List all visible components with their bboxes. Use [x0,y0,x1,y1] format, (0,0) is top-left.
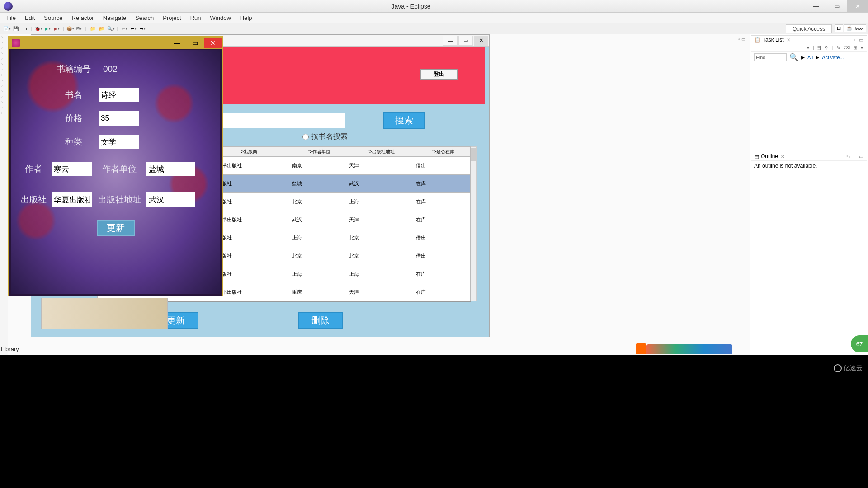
folder-icon[interactable]: 📁 [89,25,97,33]
newclass-icon[interactable]: © [75,25,83,33]
run-icon[interactable]: ▶ [43,25,52,33]
unit-label: 作者单位 [97,163,142,175]
author-input[interactable] [52,162,92,176]
task-icon[interactable]: ⌫ [843,45,851,50]
outline-panel: ▤ Outline ✕ ⇆ ▫ ▭ An outline is not avai… [751,152,867,260]
menu-run[interactable]: Run [186,14,206,22]
price-label: 价格 [56,113,91,124]
dialog-minimize-button[interactable]: — [168,38,186,48]
table-scrollbar[interactable] [471,146,477,301]
search-icon[interactable]: 🔍 [107,25,115,33]
view-min-icon[interactable]: ▫ [853,38,856,42]
radio-by-name[interactable]: 按书名搜索 [302,132,348,141]
save-icon[interactable]: 💾 [12,25,20,33]
bottom-black-bar: Library [0,355,868,488]
unit-input[interactable] [146,162,195,176]
toolbar: 📄 💾 🗃 | 🐞 ▶ ▶ | 📦 © | 📁 📂 🔍 | ⇦ ⬅ ➡ Quic… [0,23,868,34]
menu-window[interactable]: Window [206,14,236,22]
menu-bar: File Edit Source Refactor Navigate Searc… [0,13,868,23]
publisher-label: 出版社 [20,194,47,206]
dialog-maximize-button[interactable]: ▭ [186,38,204,48]
tasklist-panel: 📋 Task List ✕ ▫ ▭ ▾ | ⇶ ⚲ | ✎ ⌫ ⊞ ▾ 🔍 [751,35,867,150]
price-input[interactable] [99,111,139,126]
column-header[interactable]: ">出版社地址 [347,147,414,157]
menu-source[interactable]: Source [39,14,67,22]
menu-help[interactable]: Help [236,14,257,22]
debug-icon[interactable]: 🐞 [34,25,42,33]
maximize-view-icon[interactable]: ▭ [741,37,745,42]
saveall-icon[interactable]: 🗃 [21,25,29,33]
column-header[interactable]: ">是否在库 [414,147,470,157]
publisher-input[interactable] [52,192,92,207]
fwd-icon[interactable]: ➡ [138,25,146,33]
link-icon[interactable]: ⇆ [845,154,851,159]
back-icon[interactable]: ⬅ [129,25,137,33]
addr-label: 出版社地址 [97,194,142,206]
maximize-button[interactable]: ▭ [826,0,847,12]
menu-edit[interactable]: Edit [20,14,39,22]
book-id-label: 书籍编号 [56,63,91,75]
menu-icon[interactable]: ▾ [860,45,864,50]
menu-refactor[interactable]: Refactor [67,14,99,22]
close-icon[interactable]: ✕ [787,38,790,42]
delete-button[interactable]: 删除 [298,312,343,329]
task-icon[interactable]: ⚲ [824,45,829,50]
activate-link[interactable]: Activate... [822,55,844,60]
new-icon[interactable]: 📄 [3,25,11,33]
dialog-close-button[interactable]: ✕ [204,38,222,48]
quick-access[interactable]: Quick Access [786,24,832,33]
menu-file[interactable]: File [2,14,20,22]
menu-navigate[interactable]: Navigate [99,14,131,22]
java-perspective-button[interactable]: ☕ Java [844,24,866,32]
task-icon[interactable]: ⇶ [816,45,822,50]
newpkg-icon[interactable]: 📦 [66,25,74,33]
view-max-icon[interactable]: ▭ [858,154,864,159]
column-header[interactable]: ">作者单位 [290,147,347,157]
runconfig-icon[interactable]: ▶ [52,25,61,33]
library-label: Library [1,346,19,352]
edit-book-dialog: — ▭ ✕ 书籍编号 002 书名 价格 种类 作者 [8,36,223,296]
minimize-view-icon[interactable]: ▫ [738,37,740,42]
dialog-update-button[interactable]: 更新 [97,220,135,236]
desk-photo [41,298,168,329]
logout-button[interactable]: 登出 [420,69,458,80]
name-input[interactable] [99,88,139,102]
watermark: 亿速云 [834,364,863,372]
find-search-icon[interactable]: 🔍 [789,53,798,61]
outline-message: An outline is not available. [751,161,867,171]
outline-icon: ▤ [754,153,759,160]
addr-input[interactable] [146,192,195,207]
name-label: 书名 [56,89,91,101]
menu-project[interactable]: Project [158,14,185,22]
eclipse-titlebar: Java - Eclipse — ▭ ✕ [0,0,868,13]
task-icon[interactable]: ⊞ [853,45,858,50]
find-input[interactable] [754,53,787,61]
outline-title: Outline [761,153,778,160]
window-title: Java - Eclipse [16,3,806,10]
app-maximize-button[interactable]: ▭ [458,36,473,46]
app-minimize-button[interactable]: — [443,36,458,46]
book-id-value: 002 [99,64,118,74]
green-badge: 67 [851,335,868,352]
view-controls: ▫ ▭ [735,34,749,43]
view-min-icon[interactable]: ▫ [853,154,856,159]
all-link[interactable]: All [807,55,813,60]
app-close-button[interactable]: ✕ [474,36,488,46]
tasklist-title: Task List [763,37,784,43]
dropdown-icon[interactable]: ▾ [806,45,810,50]
view-max-icon[interactable]: ▭ [858,38,864,42]
search-button[interactable]: 搜索 [383,112,425,129]
minimize-button[interactable]: — [806,0,826,12]
nav-icon[interactable]: ⇦ [120,25,128,33]
kind-input[interactable] [99,135,139,149]
sogou-ime-bar[interactable] [646,344,732,354]
close-icon[interactable]: ✕ [781,154,784,159]
open-icon[interactable]: 📂 [98,25,106,33]
eclipse-icon [4,2,13,11]
author-label: 作者 [20,163,47,175]
task-icon[interactable]: ✎ [835,45,841,50]
open-perspective-icon[interactable]: ⊞ [835,24,843,32]
java-icon [12,39,20,47]
close-button[interactable]: ✕ [847,0,868,12]
menu-search[interactable]: Search [131,14,158,22]
